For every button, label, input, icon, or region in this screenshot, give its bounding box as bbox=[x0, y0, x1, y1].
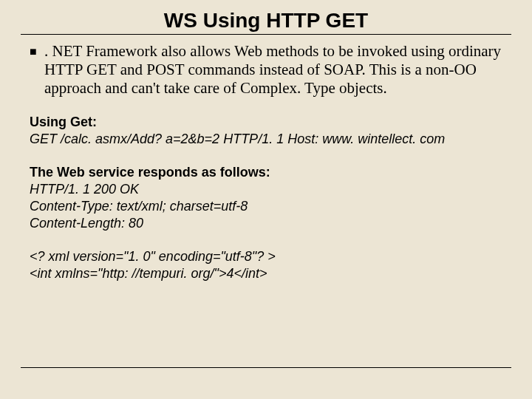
section-response: The Web service responds as follows: HTT… bbox=[30, 164, 502, 232]
get-request-line: GET /calc. asmx/Add? a=2&b=2 HTTP/1. 1 H… bbox=[30, 131, 502, 148]
response-line-1: HTTP/1. 1 200 OK bbox=[30, 181, 502, 198]
bullet-item: ■ . NET Framework also allows Web method… bbox=[30, 42, 502, 98]
section-get: Using Get: GET /calc. asmx/Add? a=2&b=2 … bbox=[30, 114, 502, 148]
bullet-block: ■ . NET Framework also allows Web method… bbox=[30, 42, 502, 98]
footer-divider bbox=[21, 367, 511, 368]
xml-line-1: <? xml version="1. 0" encoding="utf-8"? … bbox=[30, 248, 502, 265]
title-divider bbox=[21, 34, 511, 35]
xml-line-2: <int xmlns="http: //tempuri. org/">4</in… bbox=[30, 265, 502, 282]
section-xml: <? xml version="1. 0" encoding="utf-8"? … bbox=[30, 248, 502, 282]
response-heading: The Web service responds as follows: bbox=[30, 164, 502, 181]
slide-title: WS Using HTTP GET bbox=[0, 9, 532, 33]
response-line-2: Content-Type: text/xml; charset=utf-8 bbox=[30, 198, 502, 215]
response-line-3: Content-Length: 80 bbox=[30, 215, 502, 232]
bullet-text: . NET Framework also allows Web methods … bbox=[44, 42, 502, 98]
get-heading: Using Get: bbox=[30, 114, 502, 131]
slide: WS Using HTTP GET ■ . NET Framework also… bbox=[0, 0, 532, 399]
bullet-square-icon: ■ bbox=[30, 42, 44, 61]
